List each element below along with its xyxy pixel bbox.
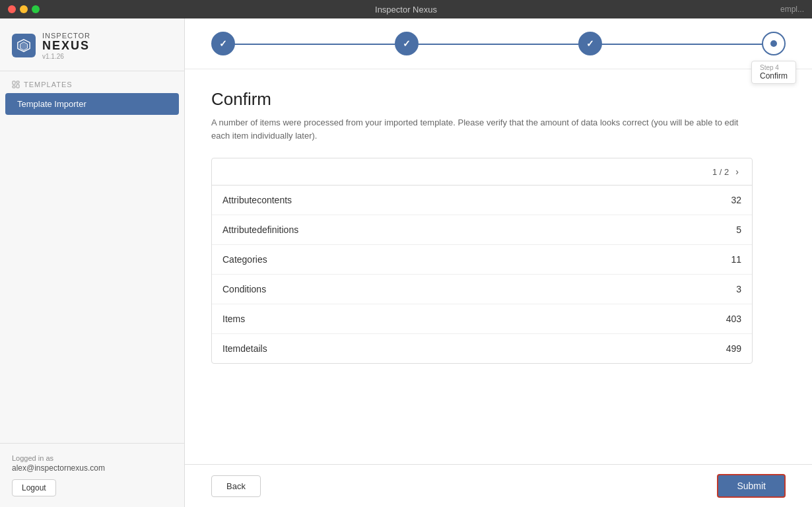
step-4-circle bbox=[762, 32, 786, 55]
page-title: Confirm bbox=[211, 89, 786, 110]
table-row-value: 403 bbox=[726, 314, 741, 324]
sidebar-header: INSPECTOR NEXUS v1.1.26 bbox=[0, 18, 184, 71]
logo-version: v1.1.26 bbox=[42, 53, 90, 60]
svg-rect-4 bbox=[17, 84, 19, 88]
minimize-button[interactable] bbox=[20, 5, 28, 13]
table-row-value: 11 bbox=[731, 254, 741, 265]
table-row-value: 499 bbox=[726, 343, 741, 354]
step-1-circle bbox=[211, 32, 235, 55]
table-row: Items 403 bbox=[212, 304, 752, 334]
sidebar-section-templates: TEMPLATES bbox=[0, 71, 184, 92]
window-title: Inspector Nexus bbox=[375, 5, 437, 15]
logo-text: INSPECTOR NEXUS v1.1.26 bbox=[42, 32, 90, 60]
logged-in-email: alex@inspectornexus.com bbox=[12, 463, 172, 473]
logo-brand: NEXUS bbox=[42, 40, 90, 53]
sidebar-footer: Logged in as alex@inspectornexus.com Log… bbox=[0, 443, 184, 507]
table-row-name: Categories bbox=[222, 254, 267, 265]
steps-bar: Step 4 Confirm bbox=[185, 18, 812, 69]
table-row: Conditions 3 bbox=[212, 275, 752, 304]
pagination-next-button[interactable]: › bbox=[733, 165, 741, 178]
sidebar: INSPECTOR NEXUS v1.1.26 TEMPLATES Templa… bbox=[0, 18, 185, 507]
steps-line bbox=[224, 44, 772, 45]
close-button[interactable] bbox=[8, 5, 16, 13]
pagination-info: 1 / 2 bbox=[712, 167, 729, 177]
svg-rect-3 bbox=[17, 81, 19, 83]
table-row-name: Attributedefinitions bbox=[222, 224, 298, 235]
table-row-name: Items bbox=[222, 314, 245, 324]
table-row-name: Attributecontents bbox=[222, 195, 292, 205]
titlebar: Inspector Nexus empl... bbox=[0, 0, 812, 18]
table-header: 1 / 2 › bbox=[212, 158, 752, 186]
table-row-value: 32 bbox=[731, 195, 741, 205]
steps-track: Step 4 Confirm bbox=[211, 32, 786, 69]
step-4: Step 4 Confirm bbox=[762, 32, 786, 55]
page-description: A number of items were processed from yo… bbox=[211, 116, 753, 142]
table-row: Categories 11 bbox=[212, 245, 752, 275]
step-3 bbox=[578, 32, 602, 55]
step-1-check-icon bbox=[219, 38, 227, 49]
logout-button[interactable]: Logout bbox=[12, 479, 56, 496]
sidebar-item-template-importer[interactable]: Template Importer bbox=[5, 93, 179, 115]
titlebar-right-text: empl... bbox=[780, 5, 804, 14]
step-2-check-icon bbox=[403, 38, 411, 49]
table-row-value: 3 bbox=[736, 284, 741, 294]
svg-marker-1 bbox=[20, 42, 28, 51]
table-row: Attributedefinitions 5 bbox=[212, 215, 752, 245]
step-2 bbox=[395, 32, 419, 55]
submit-button[interactable]: Submit bbox=[717, 474, 786, 498]
step-3-check-icon bbox=[586, 38, 594, 49]
step-4-tooltip-name: Confirm bbox=[760, 71, 788, 81]
svg-rect-5 bbox=[13, 86, 15, 88]
table-row-name: Itemdetails bbox=[222, 343, 267, 354]
main-content: Step 4 Confirm Confirm A number of items… bbox=[185, 18, 812, 507]
table-rows-container: Attributecontents 32 Attributedefinition… bbox=[212, 186, 752, 363]
back-button[interactable]: Back bbox=[211, 475, 261, 497]
window-controls bbox=[8, 5, 40, 13]
step-2-circle bbox=[395, 32, 419, 55]
step-1 bbox=[211, 32, 235, 55]
content-area: Confirm A number of items were processed… bbox=[185, 69, 812, 464]
app-container: INSPECTOR NEXUS v1.1.26 TEMPLATES Templa… bbox=[0, 18, 812, 507]
table-row-name: Conditions bbox=[222, 284, 266, 294]
table-row: Attributecontents 32 bbox=[212, 186, 752, 215]
table-row-value: 5 bbox=[736, 224, 741, 235]
maximize-button[interactable] bbox=[32, 5, 40, 13]
logo-icon bbox=[12, 34, 36, 57]
step-4-tooltip: Step 4 Confirm bbox=[751, 61, 796, 84]
table-row: Itemdetails 499 bbox=[212, 334, 752, 363]
step-4-tooltip-label: Step 4 bbox=[760, 64, 788, 71]
logged-in-label: Logged in as bbox=[12, 454, 172, 462]
svg-rect-2 bbox=[13, 81, 15, 84]
footer-bar: Back Submit bbox=[185, 464, 812, 507]
step-3-circle bbox=[578, 32, 602, 55]
data-table: 1 / 2 › Attributecontents 32 Attributede… bbox=[211, 158, 753, 364]
